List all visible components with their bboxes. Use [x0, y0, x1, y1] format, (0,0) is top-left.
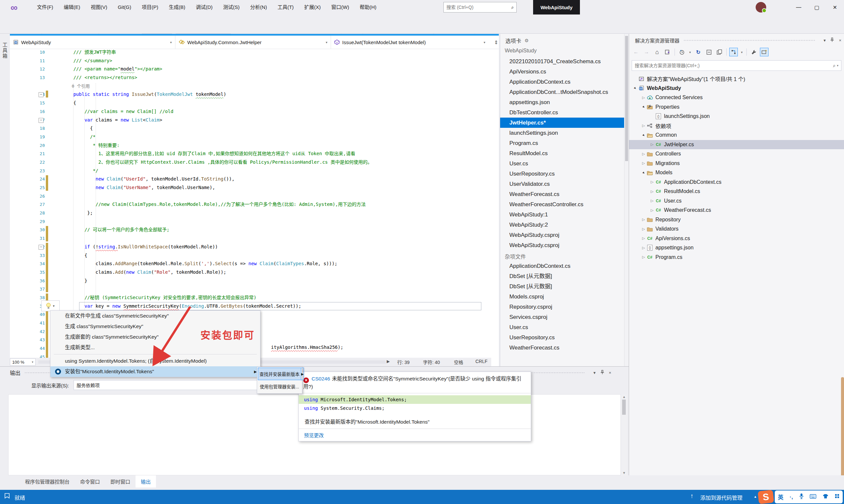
se-switch-views-icon[interactable] [663, 48, 672, 56]
document-tab-item[interactable]: ResultModel.cs [500, 148, 624, 159]
close-panel-icon[interactable]: × [839, 38, 841, 43]
se-home-icon[interactable]: ⌂ [653, 48, 661, 56]
sogou-ime-icon[interactable]: S [758, 490, 774, 504]
pin-icon[interactable] [830, 38, 834, 43]
gear-icon[interactable]: ⚙ [524, 38, 529, 43]
ime-keyboard-icon[interactable] [810, 494, 816, 500]
code-line[interactable]: 33 { [10, 251, 490, 260]
tree-item[interactable]: ▷C#Program.cs [629, 253, 844, 262]
tree-item[interactable]: ▷Connected Services [629, 93, 844, 103]
code-line[interactable]: 38 //秘钥 (SymmetricSecurityKey 对安全性的要求,密钥… [10, 293, 490, 302]
document-tab-item[interactable]: Repository.csproj [500, 302, 624, 312]
document-tab-item[interactable]: 20221020101704_CreateSchema.cs [500, 56, 624, 67]
menu-item-编辑(E)[interactable]: 编辑(E) [58, 0, 85, 15]
quickfix-submenu-item[interactable]: 使用包管理器安装... [258, 380, 302, 393]
ime-menu-icon[interactable] [835, 494, 840, 500]
fold-toggle-icon[interactable]: − [38, 118, 44, 123]
caret-up-icon[interactable]: ▲ [754, 495, 757, 499]
code-line[interactable]: 17 var claims = new List<Claim>− [10, 116, 490, 125]
document-tab-item[interactable]: launchSettings.json [500, 128, 624, 138]
submenu-arrow-icon[interactable]: ▶ [302, 367, 304, 380]
tree-item[interactable]: ▼Properties [629, 103, 844, 112]
code-line[interactable]: 10 /// 颁发JWT字符串 [10, 48, 490, 57]
document-tab-item[interactable]: ApplicationDbCont...tModelSnapshot.cs [500, 87, 624, 97]
menu-item-视图(V)[interactable]: 视图(V) [85, 0, 113, 15]
document-tab-item[interactable]: WeatherForecast.cs [500, 343, 624, 353]
maximize-button[interactable]: ▢ [808, 0, 826, 15]
solution-explorer-scrollbar-thumb[interactable] [841, 377, 844, 489]
quick-action-bulb[interactable]: ▾ [41, 301, 60, 311]
toolbox-vertical-tab[interactable]: 工具箱 [0, 35, 9, 66]
document-tab-item[interactable]: UserRepository.cs [500, 169, 624, 179]
fold-toggle-icon[interactable]: − [38, 245, 44, 250]
menu-item-分析(N)[interactable]: 分析(N) [245, 0, 272, 15]
window-position-icon[interactable]: ▾ [824, 38, 826, 43]
code-line[interactable]: 28 }; [10, 209, 490, 217]
chevron-collapsed-icon[interactable]: ▷ [641, 246, 646, 250]
suggested-using-line[interactable]: using Microsoft.IdentityModel.Tokens; [299, 395, 531, 404]
quickfix-item[interactable]: 安装包"Microsoft.IdentityModel.Tokens"▶ [50, 366, 260, 377]
preview-changes-link[interactable]: 预览更改 [304, 433, 324, 438]
code-line[interactable]: 0 个引用 [10, 82, 490, 91]
code-line[interactable]: 27 //new Claim(ClaimTypes.Role,tokenMode… [10, 200, 490, 209]
panel-tab-程序包管理器控制台[interactable]: 程序包管理器控制台 [20, 475, 75, 488]
tree-item[interactable]: ▷C#User.cs [629, 196, 844, 206]
code-line[interactable]: 36 } [10, 277, 490, 285]
minimize-button[interactable]: — [790, 0, 808, 15]
menu-item-帮助(H)[interactable]: 帮助(H) [355, 0, 382, 15]
document-tab-item[interactable]: User.cs [500, 322, 624, 332]
code-line[interactable]: 18 { [10, 124, 490, 133]
document-tab-item[interactable]: WeatherForecast.cs [500, 189, 624, 199]
panel-tab-即时窗口[interactable]: 即时窗口 [105, 475, 136, 488]
solution-search-box[interactable]: ⌕ ▾ [632, 60, 841, 71]
document-tab-item[interactable]: WebApiStudy.csproj [500, 240, 624, 250]
chevron-collapsed-icon[interactable]: ▷ [641, 124, 646, 128]
document-tab-item[interactable]: DbSet [从元数据] [500, 281, 624, 291]
close-panel-icon[interactable]: × [609, 370, 612, 375]
menu-item-Git(G)[interactable]: Git(G) [113, 0, 137, 15]
document-tab-item[interactable]: ApiVersions.cs [500, 67, 624, 77]
code-line[interactable]: 34 claims.AddRange(tokenModel.Role.Split… [10, 259, 490, 268]
code-line[interactable]: 29 [10, 217, 490, 226]
quickfix-submenu-item[interactable]: 查找并安装最新版本▶ [258, 367, 302, 380]
avatar[interactable] [756, 2, 766, 13]
window-position-icon[interactable]: ▾ [593, 370, 596, 375]
project-dropdown[interactable]: WebApiStudy▾ [10, 36, 175, 49]
document-tab-item[interactable]: JwtHelper.cs* [500, 118, 624, 128]
chevron-collapsed-icon[interactable]: ▷ [641, 236, 646, 240]
code-line[interactable]: 15 { [10, 99, 490, 107]
document-tab-item[interactable]: ApplicationDbContext.cs [500, 261, 624, 271]
pin-icon[interactable] [600, 370, 604, 376]
se-properties-icon[interactable] [750, 48, 758, 56]
chevron-collapsed-icon[interactable]: ▷ [641, 95, 646, 100]
document-tab-item[interactable]: User.cs [500, 159, 624, 169]
tree-item[interactable]: ▷C#WeatherForecast.cs [629, 205, 844, 215]
fold-toggle-icon[interactable]: − [38, 92, 44, 97]
menu-item-生成(B)[interactable]: 生成(B) [163, 0, 191, 15]
chevron-collapsed-icon[interactable]: ▷ [641, 255, 646, 259]
se-forward-icon[interactable]: → [642, 48, 651, 56]
quickfix-item[interactable]: 生成新类型... [50, 342, 260, 353]
ime-punctuation-icon[interactable]: ·, [790, 494, 793, 500]
se-collapse-all-icon[interactable] [705, 48, 713, 56]
quickfix-item[interactable]: 在新文件中生成 class"SymmetricSecurityKey" [50, 311, 260, 321]
code-line[interactable]: 13 /// <returns></returns> [10, 73, 490, 82]
tabs-panel-scrollbar[interactable] [624, 34, 629, 366]
chevron-collapsed-icon[interactable]: ▷ [650, 180, 655, 184]
tree-item[interactable]: {}launchSettings.json [629, 112, 844, 121]
chevron-collapsed-icon[interactable]: ▷ [641, 227, 646, 231]
tree-item[interactable]: ▷Controllers [629, 149, 844, 159]
code-line[interactable]: 31 [10, 234, 490, 243]
ime-language[interactable]: 英 [778, 493, 783, 501]
document-tab-item[interactable]: DbSet [从元数据] [500, 271, 624, 281]
chevron-expanded-icon[interactable]: ▼ [640, 132, 647, 138]
panel-tab-输出[interactable]: 输出 [136, 475, 156, 488]
tree-item[interactable]: ▷依赖项 [629, 121, 844, 131]
chevron-collapsed-icon[interactable]: ▷ [650, 190, 655, 194]
document-tab-item[interactable]: ApplicationDbContext.cs [500, 77, 624, 87]
chevron-collapsed-icon[interactable]: ▷ [641, 152, 646, 156]
document-tab-item[interactable]: Models.csproj [500, 291, 624, 302]
code-line[interactable]: 22 2、你也可以研究下 HttpContext.User.Claims ,具体… [10, 158, 490, 167]
menu-item-文件(F)[interactable]: 文件(F) [32, 0, 58, 15]
se-refresh-icon[interactable]: ↻ [694, 48, 703, 56]
